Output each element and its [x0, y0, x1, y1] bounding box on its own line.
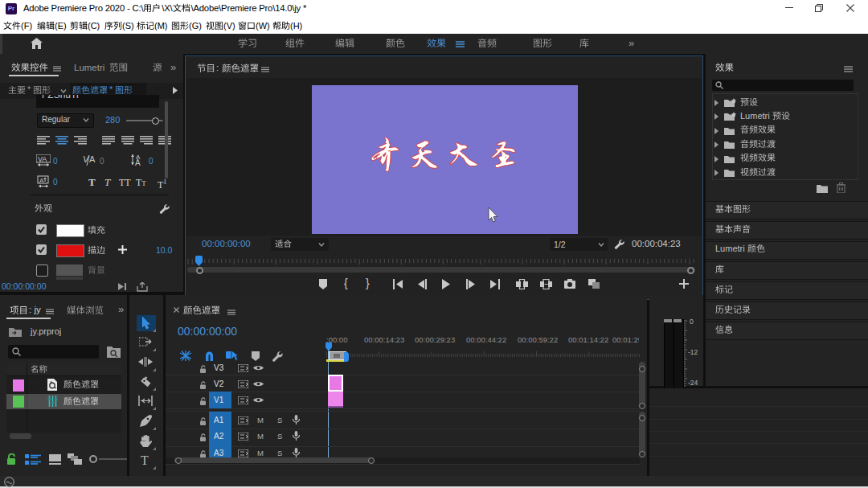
- svg-text:A: A: [135, 158, 141, 166]
- svg-text:A: A: [39, 177, 44, 184]
- svg-text:VA: VA: [38, 155, 47, 163]
- svg-text:A: A: [89, 154, 96, 164]
